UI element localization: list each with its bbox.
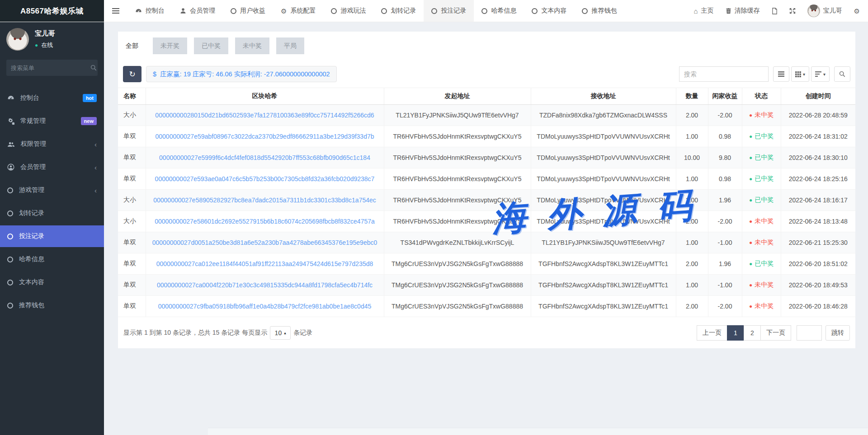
fullscreen-button[interactable] <box>789 8 796 14</box>
topnav-item-label: 哈希信息 <box>491 7 516 15</box>
sidebar-item-games[interactable]: 游戏管理 ‹ <box>0 179 104 201</box>
cell-name: 单双 <box>118 253 146 275</box>
table-row: 单双 00000000027c9fba05918bfb96aff1e0a4b28… <box>118 296 855 317</box>
topnav-item-user-income[interactable]: 用户收益 <box>223 0 273 22</box>
per-page-value: 10 <box>275 329 282 337</box>
topnav-item-game-rules[interactable]: 游戏玩法 <box>323 0 373 22</box>
topnav-item-members[interactable]: 会员管理 <box>172 0 223 22</box>
expand-icon <box>789 8 796 14</box>
topnav-item-system-config[interactable]: ⚙ 系统配置 <box>273 0 323 22</box>
col-header-player-profit[interactable]: 闲家收益 <box>708 88 742 105</box>
sidebar-item-dashboard[interactable]: 控制台 hot <box>0 87 104 109</box>
page-1-button[interactable]: 1 <box>727 325 744 341</box>
col-header-to-address[interactable]: 接收地址 <box>531 88 676 105</box>
caret-up-icon: ▴ <box>284 331 286 335</box>
cell-to-address: TDMoLyuuwys3SpHtDTpoVVUWNVUsvXCRHt <box>531 211 676 232</box>
sidebar-item-recommend-wallet[interactable]: 推荐钱包 <box>0 295 104 316</box>
jump-button[interactable]: 跳转 <box>826 325 850 341</box>
col-header-created-at[interactable]: 创建时间 <box>781 88 855 105</box>
topnav-item-label: 投注记录 <box>441 7 466 15</box>
cell-name: 大小 <box>118 105 146 126</box>
status-badge: ●已中奖 <box>742 147 781 168</box>
status-badge: ●未中奖 <box>742 232 781 253</box>
search-button[interactable] <box>834 66 850 82</box>
block-hash-link[interactable]: 00000000027ca0004f220b71e30c3c49815335dc… <box>157 281 373 289</box>
sidebar-toggle-button[interactable] <box>104 0 127 22</box>
page-2-button[interactable]: 2 <box>744 325 761 341</box>
file-icon <box>772 8 778 14</box>
col-header-amount[interactable]: 数量 <box>676 88 708 105</box>
home-icon: ⌂ <box>693 8 698 14</box>
block-hash-link[interactable]: 00000000027e5999f6c4dcf4fef0818d5542920b… <box>159 154 370 161</box>
status-badge: ●未中奖 <box>742 105 781 126</box>
sidebar-item-transfer-records[interactable]: 划转记录 <box>0 202 104 224</box>
columns-view-button[interactable]: ▾ <box>791 66 809 82</box>
block-hash-link[interactable]: 00000000027e58601dc2692e5527915b6b18c607… <box>155 218 375 225</box>
block-hash-link[interactable]: 00000000027ca012ee1184f44051af91ff22113a… <box>156 260 373 267</box>
cell-to-address: TGFHbnfS2AwcgXAdspT8KL3W1ZEuyMTTc1 <box>531 253 676 275</box>
topnav-item-hash-info[interactable]: 哈希信息 <box>474 0 524 22</box>
topnav-item-label: 会员管理 <box>190 7 215 15</box>
topnav-item-text-content[interactable]: 文本内容 <box>524 0 574 22</box>
records-info: 显示第 1 到第 10 条记录，总共 15 条记录 每页显示 <box>123 329 267 337</box>
cell-amount: 2.00 <box>676 211 708 232</box>
settings-button[interactable]: ⚙ <box>854 8 860 14</box>
topnav-item-dashboard[interactable]: 控制台 <box>127 0 172 22</box>
block-hash-link[interactable]: 00000000027d0051a250be3d81a6e52a230b7aa4… <box>152 239 377 246</box>
table-search-input[interactable] <box>679 66 769 82</box>
tab-draw[interactable]: 平局 <box>276 37 304 54</box>
online-status-label: 在线 <box>41 41 53 49</box>
topnav-item-transfer-records[interactable]: 划转记录 <box>373 0 424 22</box>
block-hash-link[interactable]: 000000000280150d21bd6502593e7fa127810036… <box>155 112 374 119</box>
sidebar-item-permissions[interactable]: 权限管理 ‹ <box>0 133 104 155</box>
sidebar-search-input[interactable] <box>11 65 90 71</box>
topnav-item-bet-records[interactable]: 投注记录 <box>424 0 474 22</box>
sort-bars-icon <box>815 71 821 77</box>
user-menu[interactable]: 宝儿哥 <box>807 5 842 17</box>
block-hash-link[interactable]: 00000000027c9fba05918bfb96aff1e0a4b28b47… <box>158 303 372 310</box>
new-badge: new <box>81 117 97 125</box>
cell-profit: 1.96 <box>708 190 742 211</box>
tab-all[interactable]: 全部 <box>118 37 146 54</box>
per-page-select[interactable]: 10 ▴ <box>270 326 291 340</box>
block-hash-link[interactable]: 00000000027e593ae0a047c6c5b57b253b00c730… <box>155 175 375 182</box>
online-status: ● 在线 <box>35 41 55 49</box>
status-dot-icon: ● <box>749 282 752 288</box>
sidebar-item-bet-records[interactable]: 投注记录 <box>0 225 104 247</box>
topnav-item-recommend-wallet[interactable]: 推荐钱包 <box>574 0 624 22</box>
tab-lost[interactable]: 未中奖 <box>235 37 269 54</box>
tab-not-drawn[interactable]: 未开奖 <box>153 37 187 54</box>
col-header-status[interactable]: 状态 <box>742 88 781 105</box>
export-sort-button[interactable]: ▾ <box>811 66 830 82</box>
table-row: 大小 00000000027e58905282927bc8ea7dadc2015… <box>118 190 855 211</box>
list-icon <box>778 71 784 77</box>
panel-view-button[interactable] <box>773 66 789 82</box>
cogs-icon <box>7 117 14 125</box>
sidebar-item-hash-info[interactable]: 哈希信息 <box>0 248 104 270</box>
cell-profit: 9.80 <box>708 147 742 168</box>
refresh-button[interactable]: ↻ <box>123 66 142 82</box>
multitab-toggle-button[interactable] <box>772 8 778 14</box>
circle-icon <box>532 8 538 14</box>
username-label: 宝儿哥 <box>823 7 842 15</box>
prev-page-button[interactable]: 上一页 <box>697 325 727 341</box>
topnav-item-label: 划转记录 <box>391 7 416 15</box>
clear-cache-button[interactable]: 清除缓存 <box>726 7 760 15</box>
col-header-from-address[interactable]: 发起地址 <box>384 88 531 105</box>
tab-won[interactable]: 已中奖 <box>194 37 228 54</box>
page-jump-input[interactable] <box>797 325 822 341</box>
home-button[interactable]: ⌂ 主页 <box>693 7 713 15</box>
status-dot-icon: ● <box>749 303 752 309</box>
sidebar-item-label: 推荐钱包 <box>19 301 44 309</box>
sidebar-item-general[interactable]: 常规管理 new <box>0 110 104 132</box>
cell-amount: 2.00 <box>676 253 708 275</box>
col-header-block-hash[interactable]: 区块哈希 <box>146 88 384 105</box>
chevron-left-icon: ‹ <box>94 140 97 148</box>
block-hash-link[interactable]: 00000000027e59abf08967c3022dca2370b29edf… <box>155 133 374 140</box>
col-header-name[interactable]: 名称 <box>118 88 146 105</box>
block-hash-link[interactable]: 00000000027e58905282927bc8ea7dadc2015a73… <box>153 196 376 204</box>
next-page-button[interactable]: 下一页 <box>760 325 791 341</box>
sidebar-item-members[interactable]: 会员管理 ‹ <box>0 156 104 178</box>
status-dot-icon: ● <box>749 154 752 161</box>
sidebar-item-text-content[interactable]: 文本内容 <box>0 271 104 293</box>
